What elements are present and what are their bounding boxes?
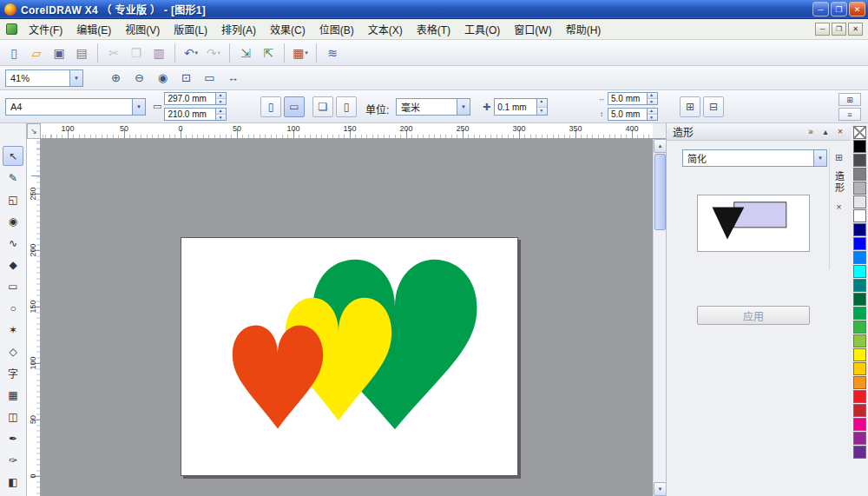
page-height-input[interactable] <box>164 108 216 121</box>
scroll-down-button[interactable] <box>654 482 667 496</box>
docker-tab-label[interactable]: 造形 <box>832 171 846 194</box>
extra-button-1[interactable]: ⊞ <box>838 93 861 106</box>
color-swatch[interactable] <box>853 195 866 208</box>
color-swatch[interactable] <box>853 182 866 195</box>
ellipse-tool[interactable]: ○ <box>3 298 23 318</box>
color-swatch[interactable] <box>853 168 866 181</box>
page-height-spinner[interactable] <box>164 108 227 121</box>
chevron-down-icon[interactable] <box>457 99 470 115</box>
zoom-to-all-objects-button[interactable]: ⊡ <box>176 69 196 88</box>
corel-online-button[interactable]: ≋ <box>322 43 343 63</box>
units-combobox[interactable]: 毫米 <box>396 98 470 116</box>
nudge-input[interactable] <box>494 98 537 116</box>
spinner-arrows[interactable] <box>537 98 548 116</box>
color-swatch[interactable] <box>853 418 866 431</box>
menu-edit[interactable]: 编辑(E) <box>69 20 118 38</box>
duplicate-x-spinner[interactable] <box>608 92 658 105</box>
horizontal-ruler[interactable]: 10050050100150200250300350400 <box>41 123 653 139</box>
minimize-button[interactable]: ─ <box>812 2 829 17</box>
polygon-tool[interactable]: ✶ <box>3 320 23 340</box>
menu-table[interactable]: 表格(T) <box>410 20 457 38</box>
zoom-tool[interactable]: ◉ <box>3 211 23 231</box>
zoom-to-page-width-button[interactable]: ↔ <box>223 69 243 88</box>
color-swatch[interactable] <box>853 321 866 334</box>
spinner-arrows[interactable] <box>216 108 227 121</box>
new-document-button[interactable]: ▯ <box>3 43 24 63</box>
zoom-level-combobox[interactable]: 41% <box>5 69 83 87</box>
color-swatch[interactable] <box>853 390 866 403</box>
menu-file[interactable]: 文件(F) <box>22 20 69 38</box>
menu-arrange[interactable]: 排列(A) <box>214 20 263 38</box>
import-button[interactable]: ⇲ <box>235 43 256 63</box>
color-swatch[interactable] <box>853 223 866 236</box>
color-swatch[interactable] <box>853 348 866 361</box>
docker-tab-close-icon[interactable]: × <box>836 202 841 212</box>
current-page-button[interactable]: ▯ <box>336 96 357 117</box>
color-swatch[interactable] <box>853 140 866 153</box>
doc-restore-button[interactable]: ❐ <box>832 23 846 36</box>
page-width-spinner[interactable] <box>164 92 227 105</box>
landscape-button[interactable]: ▭ <box>284 96 305 117</box>
extra-button-2[interactable]: ≡ <box>838 108 861 121</box>
pick-tool[interactable]: ↖ <box>3 146 23 166</box>
docker-tab-grid-icon[interactable]: ⊞ <box>835 152 843 163</box>
snap-to-objects-button[interactable]: ⊟ <box>703 96 724 117</box>
color-swatch[interactable] <box>853 209 866 222</box>
doc-minimize-button[interactable]: ─ <box>815 23 830 36</box>
menu-layout[interactable]: 版面(L) <box>167 20 214 38</box>
chevron-down-icon[interactable] <box>69 70 82 86</box>
chevron-down-icon[interactable] <box>132 99 145 115</box>
color-swatch[interactable] <box>853 362 866 375</box>
color-swatch[interactable] <box>853 404 866 417</box>
color-swatch[interactable] <box>853 265 866 278</box>
zoom-in-button[interactable]: ⊕ <box>106 69 126 88</box>
menu-effects[interactable]: 效果(C) <box>263 20 312 38</box>
text-tool[interactable]: 字 <box>3 363 23 383</box>
zoom-to-page-button[interactable]: ▭ <box>200 69 220 88</box>
paper-size-combobox[interactable]: A4 <box>5 98 146 116</box>
menu-tools[interactable]: 工具(O) <box>457 20 507 38</box>
save-button[interactable]: ▣ <box>49 43 69 63</box>
menu-help[interactable]: 帮助(H) <box>559 20 608 38</box>
color-swatch[interactable] <box>853 432 866 445</box>
menu-text[interactable]: 文本(X) <box>361 20 410 38</box>
nudge-spinner[interactable] <box>494 98 548 116</box>
spinner-arrows[interactable] <box>648 92 658 105</box>
vertical-ruler[interactable]: 250200150100500 <box>27 139 41 496</box>
blend-tool[interactable]: ◫ <box>3 407 23 427</box>
close-button[interactable]: ✕ <box>849 2 865 17</box>
vertical-scrollbar[interactable] <box>653 139 666 496</box>
color-swatch[interactable] <box>853 293 866 306</box>
spinner-arrows[interactable] <box>648 108 658 121</box>
color-swatch[interactable] <box>853 279 866 292</box>
color-swatch[interactable] <box>853 446 866 459</box>
outline-pen-tool[interactable]: ✑ <box>3 450 23 470</box>
docker-flyout-button[interactable]: » <box>806 127 815 136</box>
freehand-tool[interactable]: ∿ <box>3 233 23 253</box>
fill-tool[interactable]: ◧ <box>3 472 23 492</box>
duplicate-x-input[interactable] <box>608 92 648 105</box>
zoom-out-button[interactable]: ⊖ <box>129 69 149 88</box>
drawing-canvas[interactable] <box>41 139 653 496</box>
shape-tool[interactable]: ✎ <box>3 168 23 188</box>
eyedropper-tool[interactable]: ✒ <box>3 428 23 448</box>
export-button[interactable]: ⇱ <box>258 43 279 63</box>
restore-button[interactable]: ❐ <box>831 2 847 17</box>
color-swatch[interactable] <box>853 307 866 320</box>
shaping-mode-combobox[interactable]: 简化 <box>682 149 827 167</box>
table-tool[interactable]: ▦ <box>3 385 23 405</box>
basic-shapes-tool[interactable]: ◇ <box>3 341 23 361</box>
spinner-arrows[interactable] <box>216 92 227 105</box>
print-button[interactable]: ▤ <box>71 43 92 63</box>
apply-button[interactable]: 应用 <box>697 306 810 325</box>
portrait-button[interactable]: ▯ <box>260 96 281 117</box>
all-pages-button[interactable]: ❏ <box>312 96 333 117</box>
chevron-down-icon[interactable] <box>813 150 826 166</box>
doc-close-button[interactable]: ✕ <box>848 23 863 36</box>
snap-to-grid-button[interactable]: ⊞ <box>680 96 700 117</box>
open-button[interactable]: ▱ <box>26 43 47 63</box>
scrollbar-thumb[interactable] <box>654 154 666 230</box>
application-launcher-button[interactable]: ▦▾ <box>290 43 311 63</box>
smart-fill-tool[interactable]: ◆ <box>3 255 23 274</box>
docker-close-button[interactable]: × <box>836 127 845 136</box>
